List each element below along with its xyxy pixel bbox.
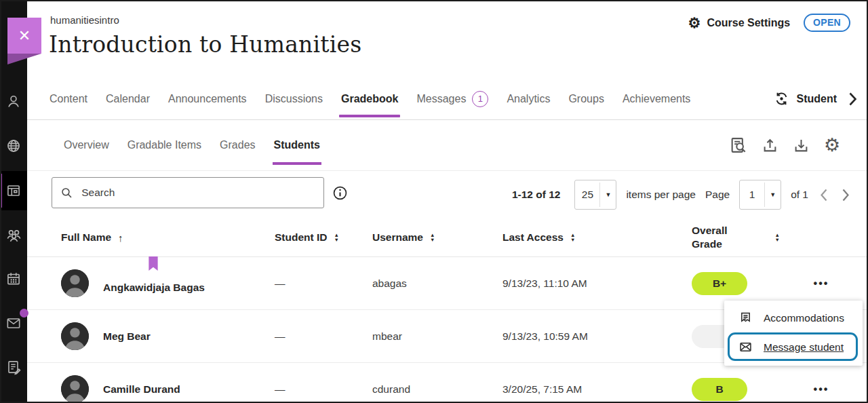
column-header-last-access[interactable]: Last Access ▲▼ [502,231,692,244]
subtab-gradable-items[interactable]: Gradable Items [127,120,201,170]
search-box [52,177,324,208]
courses-icon[interactable] [0,171,27,210]
gradebook-settings-icon[interactable]: ⚙ [822,135,842,155]
course-page: ✕ humanitiesintro Introduction to Humani… [0,0,868,403]
page-number-select[interactable]: 1 ▼ [739,180,781,210]
sort-icon: ▲▼ [775,233,780,242]
menu-item-accommodations[interactable]: Accommodations [724,303,863,332]
sort-icon: ▲▼ [334,233,339,242]
student-id-value: — [275,330,372,343]
messages-icon[interactable] [0,303,27,343]
close-icon: ✕ [18,27,31,45]
course-settings-label: Course Settings [707,17,790,29]
nav-expand-chevron[interactable] [848,92,857,107]
last-access-label: Last Access [502,231,564,244]
student-id-label: Student ID [275,231,328,244]
gear-icon: ⚙ [688,16,701,30]
page-size-value: 25 [575,183,600,207]
tab-calendar[interactable]: Calendar [106,78,150,119]
bookmark-fold [7,54,41,64]
tab-analytics[interactable]: Analytics [507,78,550,119]
gradebook-subnav: Overview Gradable Items Grades Students … [27,120,868,171]
username-label: Username [372,231,423,244]
info-icon[interactable] [332,185,348,204]
tab-discussions[interactable]: Discussions [265,78,323,119]
overall-grade-label: Overall Grade [692,224,734,251]
previous-page-button[interactable] [818,188,830,202]
table-header-row: Full Name ↑ Student ID ▲▼ Username ▲▼ La… [27,218,868,257]
page-number-value: 1 [740,183,765,207]
course-header: humanitiesintro Introduction to Humaniti… [27,0,868,78]
bookmark-flag-icon [148,256,159,271]
download-icon[interactable] [791,135,811,155]
tab-achievements[interactable]: Achievements [623,78,691,119]
student-id-value: — [275,383,372,396]
column-header-student-id[interactable]: Student ID ▲▼ [275,231,372,244]
student-list-toolbar: 1-12 of 12 25 ▼ items per page Page 1 ▼ … [27,171,868,218]
messages-badge-dot [20,309,28,318]
full-name-label: Full Name [61,231,111,244]
chevron-right-icon [848,92,857,107]
subtab-overview[interactable]: Overview [64,120,109,170]
username-value: abagas [372,277,502,290]
search-icon [60,186,73,199]
chevron-left-icon [820,188,828,202]
avatar [61,269,89,297]
tab-gradebook[interactable]: Gradebook [341,78,398,119]
subtab-students[interactable]: Students [274,120,320,170]
column-header-full-name[interactable]: Full Name ↑ [61,231,275,244]
row-options-button[interactable]: ••• [810,381,833,398]
accommodations-label: Accommodations [764,312,844,324]
username-value: mbear [372,330,502,343]
course-code: humanitiesintro [50,14,119,26]
page-title: Introduction to Humanities [49,31,361,58]
student-activity-report-icon[interactable] [728,135,749,155]
tab-messages[interactable]: Messages 1 [416,78,488,119]
activity-log-icon[interactable] [0,347,27,387]
messages-count-badge: 1 [472,91,488,107]
column-header-username[interactable]: Username ▲▼ [372,231,502,244]
page-label: Page [705,189,730,201]
course-nav: Content Calendar Announcements Discussio… [27,78,868,120]
accommodations-icon [738,311,753,325]
tab-messages-label: Messages [416,93,466,105]
open-status-badge[interactable]: OPEN [804,14,850,32]
calendar-icon[interactable] [0,259,27,299]
menu-item-message-student[interactable]: Message student [724,332,863,362]
student-name: Angkawidjaja Bagas [103,273,205,294]
overall-grade-pill[interactable]: B+ [692,272,747,295]
tab-groups[interactable]: Groups [568,78,604,119]
overall-grade-pill[interactable]: B [692,378,747,401]
caret-down-icon: ▼ [765,191,781,198]
page-total-label: of 1 [791,189,808,201]
row-options-button[interactable]: ••• [810,275,833,292]
table-row: Camille Durand — cdurand 3/20/25, 7:15 A… [27,363,868,403]
avatar [61,375,89,403]
sort-icon: ▲▼ [570,233,575,242]
profile-icon[interactable] [0,82,27,121]
tab-content[interactable]: Content [50,78,87,119]
student-name: Camille Durand [103,383,180,396]
page-size-select[interactable]: 25 ▼ [574,180,616,210]
student-preview-button[interactable]: Student [773,90,837,107]
upload-icon[interactable] [760,135,780,155]
organizations-icon[interactable] [0,215,27,254]
student-id-value: — [275,277,372,290]
search-input[interactable] [80,186,315,199]
course-settings-button[interactable]: ⚙ Course Settings [688,16,791,30]
subtab-grades[interactable]: Grades [220,120,255,170]
next-page-button[interactable] [840,188,852,202]
close-course-button[interactable]: ✕ [7,18,41,64]
column-header-overall-grade[interactable]: Overall Grade ▲▼ [692,224,787,251]
username-value: cdurand [372,383,502,396]
row-options-menu: Accommodations Message student [724,301,863,366]
result-range: 1-12 of 12 [512,189,561,201]
tab-announcements[interactable]: Announcements [168,78,247,119]
caret-down-icon: ▼ [600,191,616,198]
last-access-value: 9/13/23, 10:59 AM [502,330,692,343]
envelope-icon [738,340,753,354]
globe-icon[interactable] [0,126,27,166]
sort-ascending-icon: ↑ [118,232,123,244]
student-name: Meg Bear [103,330,151,343]
student-preview-icon [773,90,790,107]
